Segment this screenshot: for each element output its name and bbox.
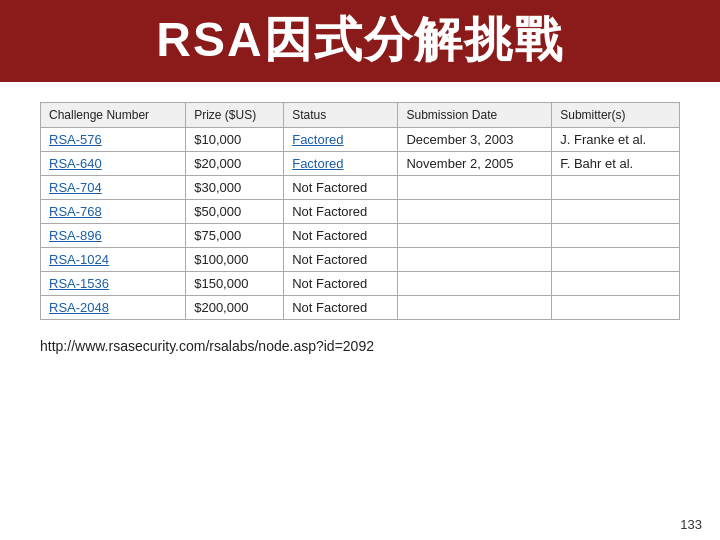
- col-header-prize: Prize ($US): [186, 103, 284, 128]
- title-bar: RSA因式分解挑戰: [0, 0, 720, 82]
- cell-prize: $30,000: [186, 176, 284, 200]
- cell-challenge[interactable]: RSA-640: [41, 152, 186, 176]
- cell-challenge[interactable]: RSA-2048: [41, 296, 186, 320]
- table-row: RSA-576$10,000FactoredDecember 3, 2003J.…: [41, 128, 680, 152]
- cell-submission-date: [398, 272, 552, 296]
- table-row: RSA-1536$150,000Not Factored: [41, 272, 680, 296]
- cell-submitter: J. Franke et al.: [552, 128, 680, 152]
- cell-prize: $50,000: [186, 200, 284, 224]
- cell-status: Not Factored: [284, 200, 398, 224]
- cell-submitter: F. Bahr et al.: [552, 152, 680, 176]
- table-row: RSA-640$20,000FactoredNovember 2, 2005F.…: [41, 152, 680, 176]
- table-row: RSA-704$30,000Not Factored: [41, 176, 680, 200]
- cell-status: Not Factored: [284, 248, 398, 272]
- cell-submission-date: [398, 248, 552, 272]
- table-row: RSA-2048$200,000Not Factored: [41, 296, 680, 320]
- cell-status: Not Factored: [284, 176, 398, 200]
- footer-url[interactable]: http://www.rsasecurity.com/rsalabs/node.…: [40, 338, 374, 354]
- cell-submission-date: [398, 200, 552, 224]
- cell-submitter: [552, 272, 680, 296]
- cell-submitter: [552, 224, 680, 248]
- table-row: RSA-1024$100,000Not Factored: [41, 248, 680, 272]
- col-header-status: Status: [284, 103, 398, 128]
- cell-challenge[interactable]: RSA-896: [41, 224, 186, 248]
- cell-submitter: [552, 248, 680, 272]
- table-row: RSA-896$75,000Not Factored: [41, 224, 680, 248]
- cell-prize: $200,000: [186, 296, 284, 320]
- cell-prize: $150,000: [186, 272, 284, 296]
- cell-challenge[interactable]: RSA-576: [41, 128, 186, 152]
- slide: RSA因式分解挑戰 Challenge Number Prize ($US) S…: [0, 0, 720, 540]
- cell-status[interactable]: Factored: [284, 152, 398, 176]
- cell-submission-date: [398, 176, 552, 200]
- cell-status: Not Factored: [284, 224, 398, 248]
- cell-challenge[interactable]: RSA-704: [41, 176, 186, 200]
- cell-submission-date: [398, 224, 552, 248]
- cell-submission-date: December 3, 2003: [398, 128, 552, 152]
- cell-status[interactable]: Factored: [284, 128, 398, 152]
- cell-status: Not Factored: [284, 272, 398, 296]
- table-row: RSA-768$50,000Not Factored: [41, 200, 680, 224]
- cell-prize: $100,000: [186, 248, 284, 272]
- cell-submission-date: November 2, 2005: [398, 152, 552, 176]
- table-header-row: Challenge Number Prize ($US) Status Subm…: [41, 103, 680, 128]
- cell-submission-date: [398, 296, 552, 320]
- cell-submitter: [552, 296, 680, 320]
- cell-challenge[interactable]: RSA-768: [41, 200, 186, 224]
- cell-prize: $10,000: [186, 128, 284, 152]
- cell-submitter: [552, 200, 680, 224]
- cell-submitter: [552, 176, 680, 200]
- col-header-submitter: Submitter(s): [552, 103, 680, 128]
- cell-prize: $75,000: [186, 224, 284, 248]
- col-header-challenge: Challenge Number: [41, 103, 186, 128]
- page-number: 133: [680, 517, 702, 532]
- cell-challenge[interactable]: RSA-1024: [41, 248, 186, 272]
- col-header-submission: Submission Date: [398, 103, 552, 128]
- content-area: Challenge Number Prize ($US) Status Subm…: [0, 82, 720, 540]
- rsa-table: Challenge Number Prize ($US) Status Subm…: [40, 102, 680, 320]
- cell-prize: $20,000: [186, 152, 284, 176]
- cell-status: Not Factored: [284, 296, 398, 320]
- slide-title: RSA因式分解挑戰: [156, 13, 563, 66]
- cell-challenge[interactable]: RSA-1536: [41, 272, 186, 296]
